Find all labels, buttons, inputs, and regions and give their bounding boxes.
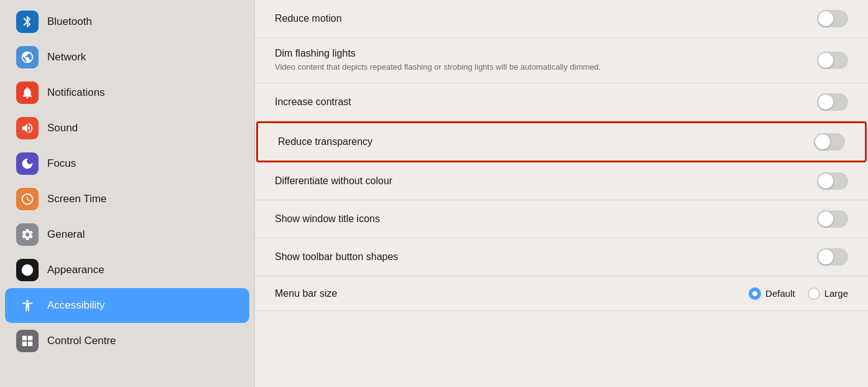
toggle-reduce-transparency[interactable] xyxy=(814,133,845,151)
toggle-increase-contrast[interactable] xyxy=(817,93,848,111)
radio-circle xyxy=(808,287,820,300)
sidebar-item-label: Notifications xyxy=(47,86,105,99)
svg-point-0 xyxy=(22,264,33,276)
settings-row-menu-bar-size: Menu bar sizeDefaultLarge xyxy=(255,276,868,311)
sidebar-item-sound[interactable]: Sound xyxy=(5,111,249,146)
settings-row-label: Reduce motion xyxy=(275,13,817,24)
radio-circle xyxy=(749,287,761,300)
sidebar: BluetoothNetworkNotificationsSoundFocusS… xyxy=(0,0,255,387)
settings-row-label: Menu bar size xyxy=(275,288,749,299)
settings-row-content: Reduce motion xyxy=(275,13,817,24)
sidebar-item-controlcentre[interactable]: Control Centre xyxy=(5,324,249,358)
settings-row-label: Dim flashing lights xyxy=(275,48,817,59)
settings-row-show-window-title-icons: Show window title icons xyxy=(255,200,868,238)
settings-row-reduce-transparency: Reduce transparency xyxy=(256,121,867,162)
sidebar-item-appearance[interactable]: Appearance xyxy=(5,253,249,287)
settings-row-content: Reduce transparency xyxy=(278,136,814,147)
sidebar-item-notifications[interactable]: Notifications xyxy=(5,75,249,110)
general-icon xyxy=(16,223,39,246)
sidebar-item-label: Network xyxy=(47,51,86,63)
settings-row-label: Show window title icons xyxy=(275,213,817,225)
settings-row-content: Differentiate without colour xyxy=(275,175,817,187)
settings-row-content: Menu bar size xyxy=(275,288,749,299)
sidebar-item-label: Appearance xyxy=(47,264,104,276)
sidebar-item-bluetooth[interactable]: Bluetooth xyxy=(5,4,249,39)
accessibility-icon xyxy=(16,294,39,317)
radio-option-default[interactable]: Default xyxy=(749,287,795,300)
sidebar-item-label: Screen Time xyxy=(47,193,106,205)
sidebar-item-accessibility[interactable]: Accessibility xyxy=(5,288,249,323)
screentime-icon xyxy=(16,188,39,210)
settings-row-label: Reduce transparency xyxy=(278,136,814,147)
appearance-icon xyxy=(16,259,39,281)
toggle-dim-flashing-lights[interactable] xyxy=(817,52,848,69)
sidebar-item-label: Accessibility xyxy=(47,299,105,312)
sidebar-item-label: Sound xyxy=(47,122,78,134)
sound-icon xyxy=(16,117,39,139)
settings-row-content: Increase contrast xyxy=(275,96,817,108)
settings-row-dim-flashing-lights: Dim flashing lightsVideo content that de… xyxy=(255,38,868,83)
settings-row-increase-contrast: Increase contrast xyxy=(255,83,868,121)
sidebar-item-label: Bluetooth xyxy=(47,16,92,28)
settings-row-content: Dim flashing lightsVideo content that de… xyxy=(275,48,817,73)
main-content: Reduce motionDim flashing lightsVideo co… xyxy=(255,0,868,387)
settings-row-description: Video content that depicts repeated flas… xyxy=(275,62,710,73)
sidebar-item-screentime[interactable]: Screen Time xyxy=(5,182,249,217)
settings-list: Reduce motionDim flashing lightsVideo co… xyxy=(255,0,868,311)
settings-row-reduce-motion: Reduce motion xyxy=(255,0,868,38)
radio-option-large[interactable]: Large xyxy=(808,287,848,300)
toggle-show-toolbar-button-shapes[interactable] xyxy=(817,248,848,266)
sidebar-item-label: Control Centre xyxy=(47,335,116,347)
settings-row-label: Show toolbar button shapes xyxy=(275,251,817,263)
bluetooth-icon xyxy=(16,11,39,33)
sidebar-item-label: General xyxy=(47,228,85,241)
settings-row-label: Differentiate without colour xyxy=(275,175,817,187)
sidebar-item-label: Focus xyxy=(47,157,76,170)
sidebar-item-general[interactable]: General xyxy=(5,217,249,252)
radio-label: Default xyxy=(765,288,795,299)
settings-row-show-toolbar-button-shapes: Show toolbar button shapes xyxy=(255,238,868,276)
toggle-differentiate-without-colour[interactable] xyxy=(817,172,848,190)
sidebar-item-focus[interactable]: Focus xyxy=(5,146,249,181)
toggle-show-window-title-icons[interactable] xyxy=(817,210,848,228)
controlcentre-icon xyxy=(16,330,39,352)
notifications-icon xyxy=(16,82,39,104)
settings-row-content: Show window title icons xyxy=(275,213,817,225)
settings-row-content: Show toolbar button shapes xyxy=(275,251,817,263)
radio-label: Large xyxy=(824,288,848,299)
radio-group-menu-bar-size: DefaultLarge xyxy=(749,287,848,300)
toggle-reduce-motion[interactable] xyxy=(817,10,848,27)
settings-row-differentiate-without-colour: Differentiate without colour xyxy=(255,162,868,200)
sidebar-item-network[interactable]: Network xyxy=(5,40,249,75)
network-icon xyxy=(16,46,39,68)
focus-icon xyxy=(16,152,39,175)
settings-row-label: Increase contrast xyxy=(275,96,817,108)
